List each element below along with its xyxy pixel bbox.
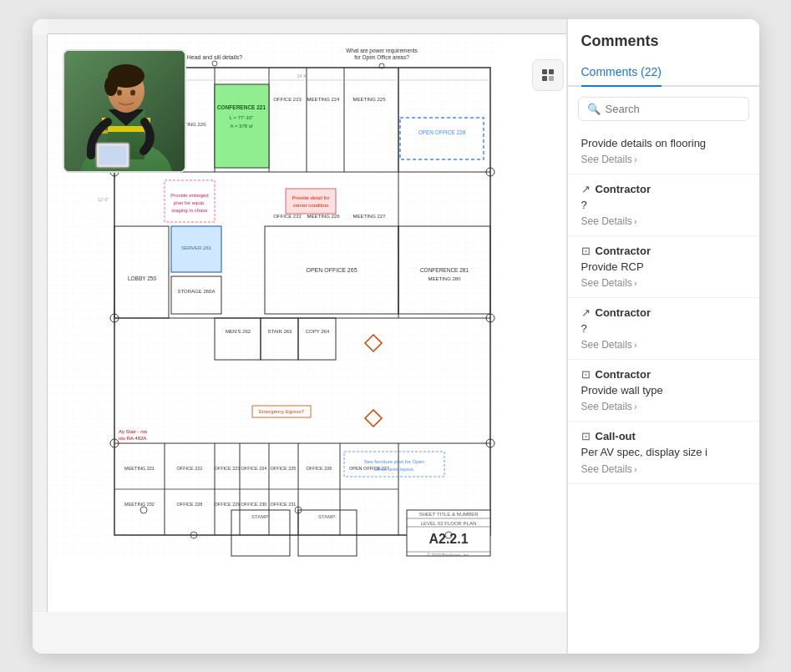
comment-text: Provide wall type (581, 383, 746, 398)
svg-text:OFFICE 223: OFFICE 223 (214, 466, 240, 471)
svg-text:Emergency Egress?: Emergency Egress? (258, 409, 304, 414)
svg-text:STAIR 263: STAIR 263 (267, 329, 292, 334)
search-input[interactable] (606, 103, 740, 115)
search-icon: 🔍 (587, 103, 601, 115)
svg-text:OFFICE 225: OFFICE 225 (270, 466, 296, 471)
svg-point-10 (104, 76, 118, 96)
comment-author-row: ↗ Contractor (581, 183, 746, 195)
svg-text:OFFICE 231: OFFICE 231 (270, 502, 296, 507)
svg-text:OFFICE 226: OFFICE 226 (306, 466, 332, 471)
svg-text:See furniture plan for Open: See furniture plan for Open (363, 459, 423, 464)
svg-text:staging in chase: staging in chase (171, 208, 208, 213)
svg-text:A2.2.1: A2.2.1 (428, 532, 468, 546)
svg-text:CONFERENCE 281: CONFERENCE 281 (419, 267, 469, 273)
svg-text:LEVEL 02 FLOOR PLAN: LEVEL 02 FLOOR PLAN (420, 521, 475, 526)
svg-text:OFFICE 228: OFFICE 228 (176, 502, 202, 507)
floor-plan-container: Head and sill details? What are power re… (48, 34, 566, 612)
svg-text:OFFICE 223: OFFICE 223 (273, 97, 302, 102)
search-box[interactable]: 🔍 (578, 97, 749, 121)
svg-text:Provide detail for: Provide detail for (292, 195, 329, 200)
svg-point-12 (130, 89, 135, 95)
comment-text: Provide details on flooring (581, 136, 746, 151)
svg-text:MEETING 227: MEETING 227 (352, 214, 386, 219)
svg-rect-14 (99, 146, 126, 164)
svg-text:Provide enlarged: Provide enlarged (170, 193, 208, 198)
svg-text:12'-0": 12'-0" (98, 197, 109, 202)
arrow-icon: ↗ (581, 183, 591, 195)
comments-panel: Comments Comments (22) 🔍 Provide details… (567, 19, 759, 654)
chevron-right-icon: › (634, 464, 637, 474)
comment-author-row: ⊡ Contractor (581, 245, 746, 257)
drawing-panel: // Generated inline ticks via SVG repeat… (33, 19, 567, 654)
svg-text:MEETING 280: MEETING 280 (428, 276, 461, 281)
layers-icon (540, 67, 556, 83)
svg-text:plan for equip.: plan for equip. (173, 200, 205, 205)
thumbnail-overlay (63, 49, 186, 173)
comment-author: Call-out (596, 430, 636, 442)
svg-text:nts RA 482A: nts RA 482A (119, 436, 146, 441)
comment-item[interactable]: ⊡ Contractor Provide RCP See Details › (568, 236, 759, 298)
svg-text:STAMP:: STAMP: (318, 514, 337, 519)
see-details-4[interactable]: See Details › (581, 339, 746, 351)
layers-tool-button[interactable] (532, 59, 564, 91)
svg-text:L = 77'-10": L = 77'-10" (229, 115, 253, 120)
svg-rect-6 (108, 126, 145, 132)
comment-author-row: ⊡ Contractor (581, 368, 746, 381)
comment-item[interactable]: ↗ Contractor ? See Details › (568, 298, 759, 360)
comment-author: Contractor (596, 306, 651, 319)
comments-list: Provide details on flooring See Details … (568, 121, 759, 654)
svg-text:Office area layout.: Office area layout. (373, 467, 414, 472)
svg-text:OFFICE 222: OFFICE 222 (273, 214, 302, 219)
svg-text:COPY 264: COPY 264 (305, 329, 329, 334)
svg-text:OFFICE 229: OFFICE 229 (214, 502, 240, 507)
see-details-2[interactable]: See Details › (581, 215, 746, 227)
comment-text: Per AV spec, display size i (581, 445, 746, 460)
svg-text:STAMP:: STAMP: (251, 514, 270, 519)
arrow-icon: ↗ (581, 306, 591, 319)
comments-tab[interactable]: Comments (22) (581, 58, 662, 87)
comment-author-row: ↗ Contractor (581, 306, 746, 319)
svg-text:MEETING 221: MEETING 221 (124, 466, 155, 471)
comments-tabs: Comments (22) (568, 58, 759, 87)
comment-text: Provide RCP (581, 260, 746, 275)
comment-item[interactable]: ↗ Contractor ? See Details › (568, 174, 759, 236)
see-details-6[interactable]: See Details › (581, 463, 746, 475)
see-details-3[interactable]: See Details › (581, 277, 746, 289)
svg-text:© 2018 Bluebeam, Inc.: © 2018 Bluebeam, Inc. (427, 553, 469, 558)
comment-item[interactable]: ⊡ Call-out Per AV spec, display size i S… (568, 422, 759, 483)
ruler-horizontal: // Generated inline ticks via SVG repeat… (48, 19, 566, 34)
svg-text:MEETING 225: MEETING 225 (352, 97, 386, 102)
comment-text: ? (581, 321, 746, 336)
comment-author: Contractor (596, 368, 651, 381)
svg-text:STORAGE 260A: STORAGE 260A (177, 289, 215, 294)
svg-text:OPEN OFFICE 265: OPEN OFFICE 265 (306, 267, 357, 273)
svg-text:OFFICE 230: OFFICE 230 (241, 502, 266, 507)
ruler-vertical (33, 34, 48, 612)
svg-text:MEN'S 262: MEN'S 262 (225, 329, 251, 334)
comment-item[interactable]: Provide details on flooring See Details … (568, 128, 759, 174)
svg-text:SERVER 261: SERVER 261 (180, 245, 211, 250)
chevron-right-icon: › (634, 402, 637, 412)
callout-icon: ⊡ (581, 430, 591, 442)
svg-text:MEETING 224: MEETING 224 (307, 97, 340, 102)
svg-text:OPEN OFFICE 228: OPEN OFFICE 228 (418, 129, 465, 135)
svg-text:Head and sill details?: Head and sill details? (186, 54, 242, 60)
svg-rect-127 (549, 69, 554, 74)
svg-rect-126 (542, 69, 547, 74)
comment-author: Contractor (596, 245, 651, 257)
svg-text:CONFERENCE 221: CONFERENCE 221 (216, 104, 266, 110)
svg-text:OFFICE 224: OFFICE 224 (241, 466, 266, 471)
see-details-5[interactable]: See Details › (581, 401, 746, 412)
svg-text:What are power requirements: What are power requirements (346, 48, 418, 54)
comments-header: Comments (568, 19, 759, 50)
svg-text:A = 378 sf: A = 378 sf (230, 124, 252, 129)
callout-icon: ⊡ (581, 245, 591, 257)
svg-rect-128 (542, 76, 547, 81)
see-details-1[interactable]: See Details › (581, 154, 746, 165)
comment-author: Contractor (596, 183, 651, 195)
svg-rect-51 (286, 189, 336, 214)
svg-text:24'-6": 24'-6" (297, 73, 307, 78)
svg-text:OFFICE 222: OFFICE 222 (176, 466, 202, 471)
comment-item[interactable]: ⊡ Contractor Provide wall type See Detai… (568, 360, 759, 422)
svg-text:for Open Office areas?: for Open Office areas? (354, 54, 409, 61)
